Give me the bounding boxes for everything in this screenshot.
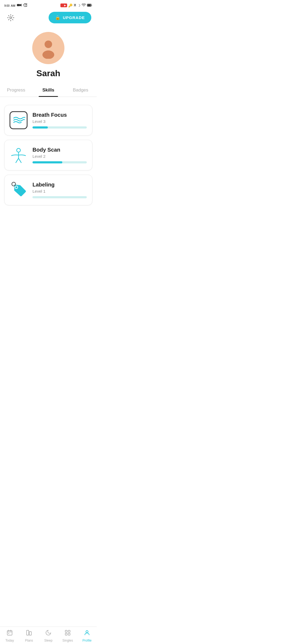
svg-line-12 xyxy=(19,158,21,163)
wifi-icon xyxy=(82,3,86,8)
record-icon: ▶ xyxy=(60,3,67,7)
svg-rect-2 xyxy=(61,4,64,6)
avatar xyxy=(32,32,64,64)
settings-button[interactable] xyxy=(5,12,16,23)
key-icon: 🔑 xyxy=(68,3,73,8)
svg-marker-1 xyxy=(20,4,21,6)
bluetooth-icon xyxy=(74,3,76,8)
body-scan-level: Level 2 xyxy=(32,154,87,159)
battery-icon xyxy=(87,3,92,8)
body-scan-icon xyxy=(9,145,28,165)
svg-point-7 xyxy=(42,50,54,59)
tab-skills[interactable]: Skills xyxy=(32,84,64,97)
lock-icon: 🔒 xyxy=(55,15,61,20)
labeling-level: Level 1 xyxy=(32,189,87,193)
header: 🔒 UPGRADE xyxy=(0,10,97,27)
breath-focus-progress-bar xyxy=(32,126,87,129)
body-scan-name: Body Scan xyxy=(32,147,87,153)
svg-point-6 xyxy=(45,41,52,48)
svg-point-5 xyxy=(10,17,12,19)
status-right: ▶ 🔑 ☽ xyxy=(60,3,92,8)
video-camera-icon xyxy=(17,3,22,8)
skill-card-breath-focus[interactable]: Breath Focus Level 3 xyxy=(4,105,92,136)
profile-section: Sarah Progress Skills Badges xyxy=(0,27,97,100)
breath-focus-icon xyxy=(9,111,28,130)
breath-focus-level: Level 3 xyxy=(32,119,87,124)
labeling-icon xyxy=(9,180,28,200)
svg-rect-0 xyxy=(17,4,20,6)
labeling-name: Labeling xyxy=(32,182,87,188)
skill-card-labeling[interactable]: Labeling Level 1 xyxy=(4,175,92,205)
labeling-progress-bar xyxy=(32,196,87,198)
skills-content: Breath Focus Level 3 xyxy=(0,100,97,211)
labeling-info: Labeling Level 1 xyxy=(32,182,87,198)
tab-progress[interactable]: Progress xyxy=(0,84,32,97)
breath-focus-info: Breath Focus Level 3 xyxy=(32,112,87,129)
profile-name: Sarah xyxy=(37,68,60,78)
status-bar: 9:00 AM ▶ 🔑 ☽ xyxy=(0,0,97,10)
body-scan-progress-fill xyxy=(32,161,62,163)
moon-icon: ☽ xyxy=(77,3,81,8)
svg-rect-4 xyxy=(88,4,91,6)
breath-focus-progress-fill xyxy=(32,126,48,129)
refresh-icon xyxy=(23,3,28,8)
status-left: 9:00 AM xyxy=(4,3,28,8)
svg-point-9 xyxy=(17,148,20,152)
tabs: Progress Skills Badges xyxy=(0,84,97,97)
body-scan-progress-bar xyxy=(32,161,87,163)
tab-badges[interactable]: Badges xyxy=(64,84,97,97)
skill-card-body-scan[interactable]: Body Scan Level 2 xyxy=(4,140,92,170)
breath-focus-name: Breath Focus xyxy=(32,112,87,118)
svg-line-11 xyxy=(16,158,19,163)
status-time: 9:00 AM xyxy=(4,3,15,8)
svg-point-14 xyxy=(12,182,16,186)
upgrade-button[interactable]: 🔒 UPGRADE xyxy=(49,12,91,23)
body-scan-info: Body Scan Level 2 xyxy=(32,147,87,163)
